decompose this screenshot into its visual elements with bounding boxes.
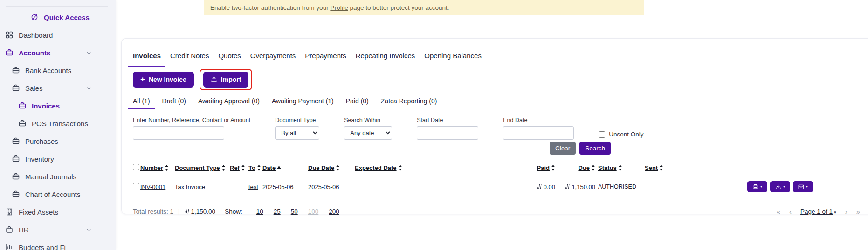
sidebar-item-pos-transactions[interactable]: POS Transactions bbox=[0, 115, 116, 132]
briefcase-icon bbox=[12, 67, 20, 74]
status-tab-all[interactable]: All (1) bbox=[128, 94, 155, 109]
tab-invoices[interactable]: Invoices bbox=[128, 52, 165, 67]
last-page-button[interactable]: » bbox=[856, 208, 860, 216]
sidebar-item-manual-journals[interactable]: Manual Journals bbox=[0, 168, 116, 185]
header-date[interactable]: Date bbox=[262, 160, 308, 176]
first-page-button[interactable]: « bbox=[777, 208, 780, 216]
import-button[interactable]: Import bbox=[203, 72, 249, 88]
search-button[interactable]: Search bbox=[579, 142, 611, 155]
sidebar-item-label: Bank Accounts bbox=[25, 67, 71, 74]
header-to[interactable]: To bbox=[248, 160, 262, 176]
tab-repeating-invoices[interactable]: Repeating Invoices bbox=[351, 52, 420, 67]
page-size-10[interactable]: 10 bbox=[256, 208, 263, 215]
header-status[interactable]: Status bbox=[595, 160, 644, 176]
sidebar-item-label: Fixed Assets bbox=[19, 208, 58, 216]
chevron-down-icon[interactable] bbox=[86, 50, 91, 55]
new-invoice-label: New Invoice bbox=[149, 76, 186, 83]
download-button[interactable]: ▾ bbox=[770, 181, 790, 192]
sidebar-item-accounts[interactable]: Accounts bbox=[0, 44, 116, 61]
page-info-dropdown[interactable]: Page 1 of 1▾ bbox=[800, 208, 836, 215]
header-ref[interactable]: Ref bbox=[230, 160, 248, 176]
new-invoice-button[interactable]: + New Invoice bbox=[133, 72, 194, 88]
tab-overpayments[interactable]: Overpayments bbox=[246, 52, 301, 67]
search-field-label: Enter Number, Reference, Contact or Amou… bbox=[133, 117, 250, 123]
sidebar-item-invoices[interactable]: Invoices bbox=[0, 97, 116, 115]
cell-expected-date bbox=[355, 176, 407, 197]
email-button[interactable]: ▾ bbox=[793, 181, 813, 192]
sidebar-item-label: Accounts bbox=[19, 49, 50, 57]
tab-quotes[interactable]: Quotes bbox=[214, 52, 245, 67]
briefcase-icon bbox=[12, 173, 20, 180]
sidebar-item-sales[interactable]: Sales bbox=[0, 79, 116, 97]
status-tab-awaiting-approval[interactable]: Awaiting Approval (0) bbox=[193, 94, 264, 109]
sidebar-item-chart-of-accounts[interactable]: Chart of Accounts bbox=[0, 185, 116, 203]
chevron-down-icon[interactable] bbox=[86, 86, 91, 91]
end-date-label: End Date bbox=[503, 117, 574, 123]
profile-link[interactable]: Profile bbox=[330, 4, 348, 11]
sidebar-item-purchases[interactable]: Purchases bbox=[0, 132, 116, 150]
tab-prepayments[interactable]: Prepayments bbox=[300, 52, 351, 67]
sidebar-divider bbox=[6, 6, 108, 7]
tab-credit-notes[interactable]: Credit Notes bbox=[165, 52, 214, 67]
saudi-riyal-icon bbox=[185, 209, 190, 214]
download-icon bbox=[775, 184, 781, 190]
prev-page-button[interactable]: ‹ bbox=[789, 208, 792, 216]
page-size-100: 100 bbox=[308, 208, 319, 215]
chevron-down-icon[interactable] bbox=[86, 227, 91, 232]
search-actions: Clear Search bbox=[550, 142, 863, 155]
upload-icon bbox=[211, 76, 217, 83]
document-type-select[interactable]: By all bbox=[275, 126, 319, 140]
sidebar-item-budgets[interactable]: Budgets and Fi bbox=[0, 238, 116, 250]
cell-sent bbox=[644, 176, 747, 197]
next-page-button[interactable]: › bbox=[845, 208, 847, 216]
row-checkbox[interactable] bbox=[133, 183, 139, 189]
search-input[interactable] bbox=[133, 126, 224, 140]
status-tab-zatca-reporting[interactable]: Zatca Reporting (0) bbox=[376, 94, 442, 109]
print-button[interactable]: ▾ bbox=[747, 181, 767, 192]
two-factor-banner: Enable two-factor authentication from yo… bbox=[204, 0, 644, 15]
header-sent[interactable]: Sent bbox=[644, 160, 747, 176]
status-badge: AUTHORISED bbox=[595, 176, 644, 197]
unsent-only-checkbox[interactable] bbox=[599, 131, 605, 138]
briefcase-icon bbox=[6, 49, 13, 56]
clear-button[interactable]: Clear bbox=[550, 142, 576, 155]
header-expected-date[interactable]: Expected Date bbox=[355, 160, 407, 176]
page-size-50[interactable]: 50 bbox=[291, 208, 298, 215]
header-due[interactable]: Due bbox=[555, 160, 595, 176]
invoice-number-link[interactable]: INV-0001 bbox=[140, 183, 165, 190]
status-tab-awaiting-payment[interactable]: Awaiting Payment (1) bbox=[267, 94, 338, 109]
status-tab-paid[interactable]: Paid (0) bbox=[341, 94, 373, 109]
header-paid[interactable]: Paid bbox=[407, 160, 555, 176]
briefcase-icon bbox=[12, 137, 20, 145]
search-within-select[interactable]: Any date bbox=[344, 126, 392, 140]
status-tab-draft[interactable]: Draft (0) bbox=[158, 94, 191, 109]
sort-icon bbox=[659, 165, 663, 171]
chart-icon bbox=[6, 243, 13, 250]
table-header-row: Number Document Type Ref To Date Due Dat… bbox=[133, 160, 863, 176]
sort-icon bbox=[336, 165, 340, 171]
end-date-input[interactable] bbox=[503, 126, 574, 140]
sidebar-item-hr[interactable]: HR bbox=[0, 221, 116, 238]
header-due-date[interactable]: Due Date bbox=[308, 160, 355, 176]
select-all-checkbox[interactable] bbox=[133, 164, 139, 170]
quick-access-button[interactable]: Quick Access bbox=[0, 8, 116, 26]
sidebar-item-label: Dashboard bbox=[19, 31, 53, 39]
sidebar-item-bank-accounts[interactable]: Bank Accounts bbox=[0, 61, 116, 79]
cell-due-date: 2025-05-06 bbox=[308, 176, 355, 197]
sidebar-item-fixed-assets[interactable]: Fixed Assets bbox=[0, 203, 116, 221]
caret-down-icon: ▾ bbox=[760, 185, 762, 189]
tab-opening-balances[interactable]: Opening Balances bbox=[420, 52, 486, 67]
sidebar-item-dashboard[interactable]: Dashboard bbox=[0, 26, 116, 44]
page-size-25[interactable]: 25 bbox=[274, 208, 281, 215]
sidebar-item-label: Inventory bbox=[25, 155, 54, 163]
sort-icon bbox=[221, 165, 226, 171]
filter-document-type: Document Type By all bbox=[275, 117, 319, 140]
header-document-type[interactable]: Document Type bbox=[175, 160, 230, 176]
page-size-200[interactable]: 200 bbox=[329, 208, 339, 215]
header-number[interactable]: Number bbox=[140, 160, 175, 176]
sidebar-item-inventory[interactable]: Inventory bbox=[0, 150, 116, 168]
start-date-input[interactable] bbox=[417, 126, 478, 140]
search-within-label: Search Within bbox=[344, 117, 392, 123]
sort-asc-icon bbox=[277, 165, 281, 171]
contact-link[interactable]: test bbox=[248, 183, 258, 190]
